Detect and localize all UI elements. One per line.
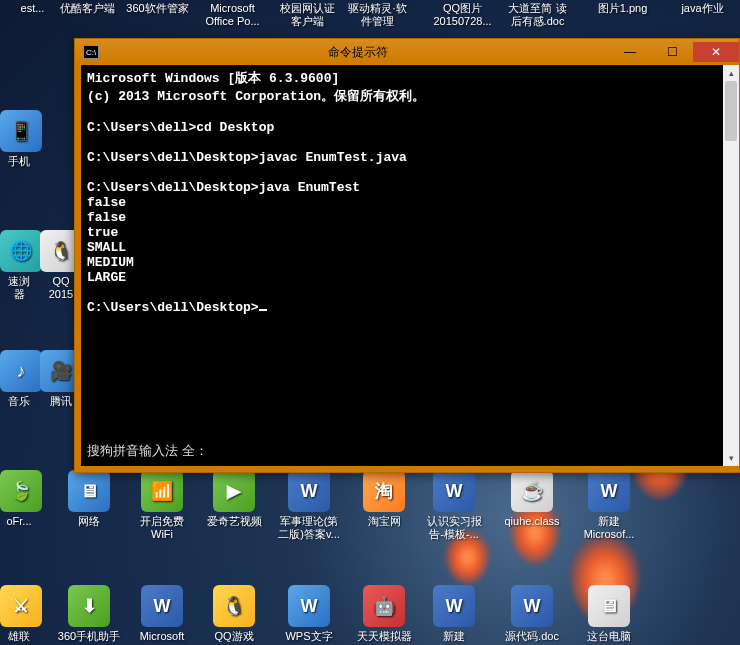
desktop-icon[interactable]: 🖥网络 bbox=[55, 470, 123, 528]
desktop-icon-label[interactable]: MicrosoftOffice Po... bbox=[200, 2, 265, 28]
desktop-icon-label[interactable]: 优酷客户端 bbox=[55, 2, 120, 15]
desktop-icon-label: 爱奇艺视频 bbox=[200, 515, 268, 528]
desktop-icon-label: 手机 bbox=[0, 155, 38, 168]
app-icon: W bbox=[288, 470, 330, 512]
app-icon: W bbox=[511, 585, 553, 627]
desktop-icon[interactable]: 🤖天天模拟器 bbox=[350, 585, 418, 643]
console-output[interactable]: Microsoft Windows [版本 6.3.9600] (c) 2013… bbox=[81, 65, 733, 466]
desktop-icon[interactable]: 淘淘宝网 bbox=[350, 470, 418, 528]
desktop-icon-label: 速浏器 bbox=[0, 275, 38, 301]
desktop-icon[interactable]: 📶开启免费WiFi bbox=[128, 470, 196, 541]
desktop-icon-label: 雄联 bbox=[0, 630, 38, 643]
desktop-icon-label[interactable]: QQ图片20150728... bbox=[430, 2, 495, 28]
desktop-icon[interactable]: 🐧QQ游戏 bbox=[200, 585, 268, 643]
command-prompt-window: C:\ 命令提示符 — ☐ ✕ Microsoft Windows [版本 6.… bbox=[74, 38, 740, 473]
desktop-icon-label: 新建Microsof... bbox=[575, 515, 643, 541]
desktop-icon[interactable]: 🍃oFr... bbox=[0, 470, 38, 528]
desktop-icon-label: 军事理论(第二版)答案v... bbox=[275, 515, 343, 541]
desktop-icon[interactable]: WWPS文字 bbox=[275, 585, 343, 643]
desktop-icon-label[interactable]: 360软件管家 bbox=[125, 2, 190, 15]
app-icon: 📶 bbox=[141, 470, 183, 512]
desktop-icon[interactable]: 📱手机 bbox=[0, 110, 38, 168]
desktop-icon[interactable]: ⚔雄联 bbox=[0, 585, 38, 643]
app-icon: ☕ bbox=[511, 470, 553, 512]
desktop-icon[interactable]: WMicrosoftOffice Wo... bbox=[128, 585, 196, 645]
desktop-icon-label[interactable]: est... bbox=[0, 2, 65, 15]
desktop-icon[interactable]: 🖥这台电脑 bbox=[575, 585, 643, 643]
desktop-icon-label: 这台电脑 bbox=[575, 630, 643, 643]
desktop-icon[interactable]: W新建Microsof... bbox=[420, 585, 488, 645]
scroll-up-button[interactable]: ▴ bbox=[723, 65, 739, 81]
desktop-icon-label: 认识实习报告-模板-... bbox=[420, 515, 488, 541]
desktop-icon-label[interactable]: 大道至简 读后有感.doc bbox=[505, 2, 570, 28]
desktop-icon-label: QQ游戏 bbox=[200, 630, 268, 643]
desktop-icon-label: 淘宝网 bbox=[350, 515, 418, 528]
app-icon: W bbox=[433, 470, 475, 512]
scrollbar[interactable]: ▴ ▾ bbox=[723, 65, 739, 466]
app-icon: ⬇ bbox=[68, 585, 110, 627]
desktop-icon-label: 天天模拟器 bbox=[350, 630, 418, 643]
desktop-icon-label[interactable]: java作业 bbox=[670, 2, 735, 15]
app-icon: 🌐 bbox=[0, 230, 42, 272]
titlebar[interactable]: C:\ 命令提示符 — ☐ ✕ bbox=[75, 39, 739, 65]
desktop-icon-label: 开启免费WiFi bbox=[128, 515, 196, 541]
desktop-icon[interactable]: ▶爱奇艺视频 bbox=[200, 470, 268, 528]
desktop-icon-label: oFr... bbox=[0, 515, 38, 528]
window-title: 命令提示符 bbox=[107, 44, 609, 61]
desktop-icon-label[interactable]: 校园网认证客户端 bbox=[275, 2, 340, 28]
desktop-icon-label[interactable]: 驱动精灵·软件管理 bbox=[345, 2, 410, 28]
app-icon: ⚔ bbox=[0, 585, 42, 627]
desktop-icon[interactable]: W军事理论(第二版)答案v... bbox=[275, 470, 343, 541]
app-icon: 🐧 bbox=[213, 585, 255, 627]
desktop-icon[interactable]: W新建Microsof... bbox=[575, 470, 643, 541]
app-icon: W bbox=[141, 585, 183, 627]
app-icon: 淘 bbox=[363, 470, 405, 512]
app-icon: ▶ bbox=[213, 470, 255, 512]
desktop-icon-label: 源代码.doc bbox=[498, 630, 566, 643]
desktop-icon[interactable]: ☕qiuhe.class bbox=[498, 470, 566, 528]
close-button[interactable]: ✕ bbox=[693, 42, 739, 62]
desktop-icon-label: qiuhe.class bbox=[498, 515, 566, 528]
desktop-icon[interactable]: ♪音乐 bbox=[0, 350, 38, 408]
app-icon: 🖥 bbox=[588, 585, 630, 627]
app-icon: 🖥 bbox=[68, 470, 110, 512]
app-icon: 🍃 bbox=[0, 470, 42, 512]
desktop-icon-label: 360手机助手 bbox=[55, 630, 123, 643]
desktop-icon-label: 新建Microsof... bbox=[420, 630, 488, 645]
desktop-icon[interactable]: 🌐速浏器 bbox=[0, 230, 38, 301]
desktop-icon[interactable]: W认识实习报告-模板-... bbox=[420, 470, 488, 541]
desktop-icon-label: MicrosoftOffice Wo... bbox=[128, 630, 196, 645]
desktop-icon-label[interactable]: 图片1.png bbox=[590, 2, 655, 15]
desktop-icon-label: WPS文字 bbox=[275, 630, 343, 643]
app-icon: 🤖 bbox=[363, 585, 405, 627]
minimize-button[interactable]: — bbox=[609, 42, 651, 62]
maximize-button[interactable]: ☐ bbox=[651, 42, 693, 62]
app-icon: W bbox=[588, 470, 630, 512]
desktop-icon-label: 音乐 bbox=[0, 395, 38, 408]
app-icon: W bbox=[433, 585, 475, 627]
desktop-icon[interactable]: W源代码.doc bbox=[498, 585, 566, 643]
scroll-down-button[interactable]: ▾ bbox=[723, 450, 739, 466]
app-icon: W bbox=[288, 585, 330, 627]
app-icon: ♪ bbox=[0, 350, 42, 392]
cmd-icon: C:\ bbox=[83, 45, 99, 59]
ime-status: 搜狗拼音输入法 全： bbox=[87, 442, 208, 460]
app-icon: 📱 bbox=[0, 110, 42, 152]
scroll-thumb[interactable] bbox=[725, 81, 737, 141]
desktop-icon-label: 网络 bbox=[55, 515, 123, 528]
desktop-icon[interactable]: ⬇360手机助手 bbox=[55, 585, 123, 643]
